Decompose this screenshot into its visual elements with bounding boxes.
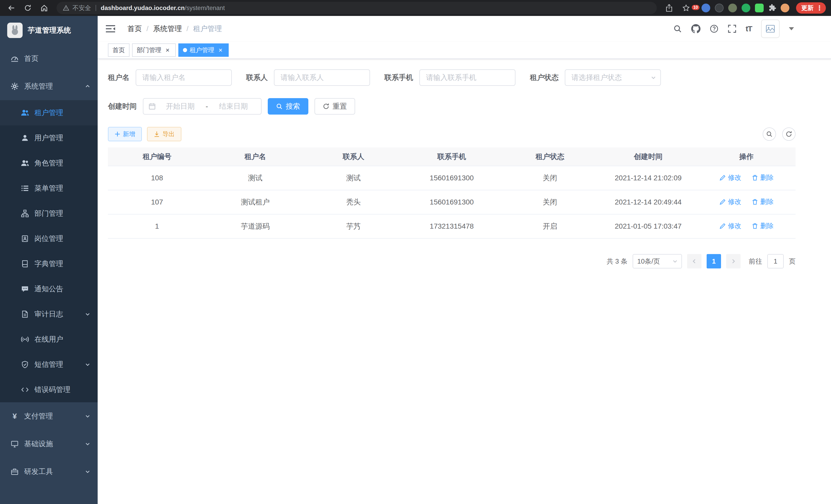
sidebar-item-roles[interactable]: 角色管理 <box>0 151 98 176</box>
github-icon[interactable] <box>691 24 700 33</box>
page-size-select[interactable]: 10条/页 <box>633 254 682 268</box>
add-button[interactable]: 新增 <box>108 127 142 141</box>
avatar-caret-icon[interactable] <box>789 27 794 30</box>
reload-icon[interactable] <box>22 2 34 14</box>
chevron-up-icon <box>85 84 90 89</box>
chevron-down-icon <box>672 259 678 264</box>
sidebar-item-dict[interactable]: 字典管理 <box>0 251 98 276</box>
edit-link[interactable]: 修改 <box>719 173 741 182</box>
tenant-status-select[interactable]: 请选择租户状态 <box>565 69 661 86</box>
avatar[interactable] <box>761 20 780 38</box>
sidebar-item-infrastructure[interactable]: 基础设施 <box>0 430 98 458</box>
search-button[interactable]: 搜索 <box>268 98 308 115</box>
sidebar-item-menus[interactable]: 菜单管理 <box>0 176 98 201</box>
logo[interactable]: 芋道管理系统 <box>0 16 98 45</box>
breadcrumb-current: 租户管理 <box>193 24 222 34</box>
filter-contact: 联系人 <box>246 69 370 86</box>
bookmark-star-icon[interactable] <box>680 2 692 14</box>
cell-status: 开启 <box>501 214 599 238</box>
toggle-search-button[interactable] <box>763 127 776 141</box>
delete-label: 删除 <box>760 173 774 182</box>
select-placeholder: 请选择租户状态 <box>571 73 622 83</box>
sidebar-item-dev-tools[interactable]: 研发工具 <box>0 458 98 485</box>
edit-label: 修改 <box>728 197 741 206</box>
goto-page-input[interactable] <box>767 254 784 268</box>
search-label: 搜索 <box>286 101 300 111</box>
tab-tenant[interactable]: 租户管理 × <box>178 43 229 57</box>
sidebar-item-label: 用户管理 <box>34 133 63 143</box>
edit-link[interactable]: 修改 <box>719 221 741 230</box>
sidebar-item-posts[interactable]: 岗位管理 <box>0 226 98 251</box>
warning-icon <box>63 5 69 11</box>
delete-label: 删除 <box>760 221 774 230</box>
delete-link[interactable]: 删除 <box>752 173 774 182</box>
page-number-button[interactable]: 1 <box>707 254 721 268</box>
profile-avatar[interactable] <box>781 4 790 12</box>
font-size-icon[interactable]: tT <box>746 24 752 33</box>
export-button[interactable]: 导出 <box>147 127 181 141</box>
extensions-puzzle-icon[interactable] <box>768 4 776 12</box>
sidebar-collapse-icon[interactable] <box>106 25 115 33</box>
filter-phone: 联系手机 <box>384 69 515 86</box>
sidebar-item-users[interactable]: 用户管理 <box>0 125 98 151</box>
extension-icon-3[interactable] <box>715 4 724 12</box>
tab-dept[interactable]: 部门管理 × <box>132 43 176 57</box>
delete-link[interactable]: 删除 <box>752 221 774 230</box>
contact-input[interactable] <box>274 69 370 86</box>
sidebar-item-notice[interactable]: 通知公告 <box>0 276 98 302</box>
close-icon[interactable]: × <box>164 47 171 54</box>
breadcrumb-separator: / <box>187 25 189 33</box>
next-page-button[interactable] <box>726 254 741 268</box>
tenant-name-input[interactable] <box>136 69 232 86</box>
message-bubble-icon <box>21 285 29 293</box>
extension-icon-5[interactable] <box>742 4 750 12</box>
breadcrumb-home[interactable]: 首页 <box>127 24 142 34</box>
phone-input[interactable] <box>419 69 515 86</box>
sidebar-item-label: 字典管理 <box>34 259 63 269</box>
start-date-placeholder: 开始日期 <box>158 101 203 111</box>
page-size-value: 10条/页 <box>637 257 660 266</box>
extension-icon-2[interactable] <box>701 4 710 12</box>
search-icon[interactable] <box>673 24 682 33</box>
sidebar-item-audit-log[interactable]: 审计日志 <box>0 302 98 327</box>
back-icon[interactable] <box>5 2 18 14</box>
sidebar-item-label: 菜单管理 <box>34 183 63 193</box>
filter-create-time: 创建时间 开始日期 - 结束日期 <box>108 98 262 115</box>
breadcrumb-system[interactable]: 系统管理 <box>153 24 182 34</box>
sidebar-item-depts[interactable]: 部门管理 <box>0 201 98 226</box>
reset-button[interactable]: 重置 <box>315 98 355 115</box>
help-icon[interactable] <box>710 24 718 33</box>
close-icon[interactable]: × <box>217 47 224 54</box>
fullscreen-icon[interactable] <box>728 24 737 33</box>
toolbox-icon <box>10 467 19 476</box>
home-icon[interactable] <box>38 2 50 14</box>
sidebar-item-tenant[interactable]: 租户管理 <box>0 100 98 125</box>
logo-image <box>7 23 23 38</box>
sidebar-item-online-users[interactable]: 在线用户 <box>0 327 98 352</box>
sidebar-item-sms[interactable]: 短信管理 <box>0 352 98 377</box>
gear-icon <box>10 82 19 91</box>
sidebar-item-home[interactable]: 首页 <box>0 45 98 72</box>
app: 芋道管理系统 首页 系统管理 <box>0 16 831 504</box>
sidebar-item-error-codes[interactable]: 错误码管理 <box>0 377 98 402</box>
create-time-range-picker[interactable]: 开始日期 - 结束日期 <box>143 98 262 115</box>
refresh-button[interactable] <box>782 127 796 141</box>
dashboard-icon <box>10 54 19 63</box>
extension-icon-4[interactable] <box>728 4 737 12</box>
tab-label: 部门管理 <box>137 46 161 54</box>
total-count: 共 3 条 <box>607 257 628 266</box>
extension-icon-6[interactable] <box>755 4 764 12</box>
address-bar[interactable]: 不安全 dashboard.yudao.iocoder.cn /system/t… <box>57 2 657 14</box>
share-icon[interactable] <box>663 2 675 14</box>
sidebar-item-label: 在线用户 <box>34 334 63 344</box>
url-path: /system/tenant <box>185 4 225 11</box>
update-button[interactable]: 更新 ⋮ <box>796 2 826 13</box>
edit-link[interactable]: 修改 <box>719 197 741 206</box>
browser-actions: 10 更新 ⋮ <box>663 2 826 14</box>
tab-home[interactable]: 首页 <box>108 43 130 57</box>
sidebar-item-label: 支付管理 <box>24 411 53 421</box>
sidebar-item-system[interactable]: 系统管理 <box>0 72 98 100</box>
sidebar-item-payment[interactable]: ¥ 支付管理 <box>0 402 98 430</box>
prev-page-button[interactable] <box>687 254 701 268</box>
delete-link[interactable]: 删除 <box>752 197 774 206</box>
